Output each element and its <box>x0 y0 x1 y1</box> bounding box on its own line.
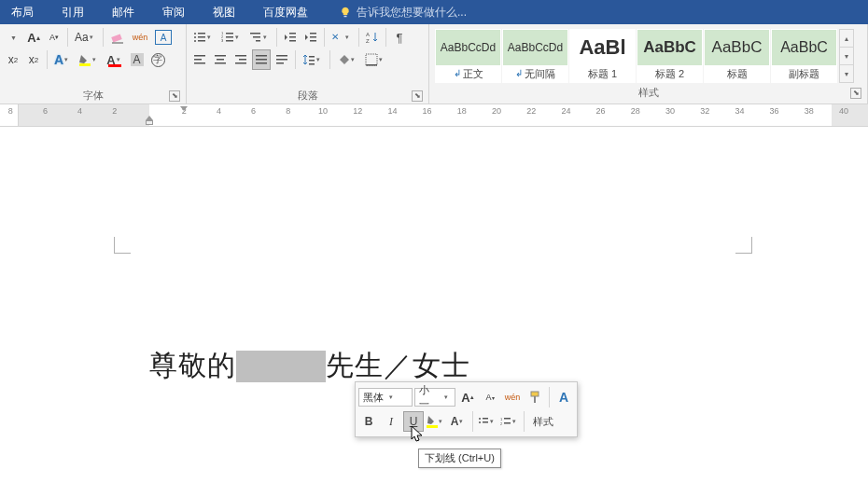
clear-formatting-button[interactable] <box>107 27 128 48</box>
highlighter-icon <box>427 415 438 428</box>
tab-references[interactable]: 引用 <box>58 2 88 23</box>
mini-grow-font-button[interactable]: A▴ <box>457 387 478 407</box>
tab-mailings[interactable]: 邮件 <box>108 2 138 23</box>
shrink-font-button[interactable]: A▾ <box>45 27 63 48</box>
horizontal-ruler[interactable]: 8642246810121416182022242628303234363840… <box>19 104 868 126</box>
svg-rect-7 <box>198 36 205 38</box>
line-spacing-icon <box>302 53 315 66</box>
mini-phonetic-button[interactable]: wén <box>502 387 523 407</box>
borders-button[interactable]: ▾ <box>362 49 388 70</box>
mini-font-color-button[interactable]: A▾ <box>448 411 469 432</box>
page[interactable]: 尊敬的先生／女士 <box>21 159 846 497</box>
style-preview: AaBbCcDd <box>503 30 567 65</box>
mini-shrink-font-button[interactable]: A▾ <box>480 387 500 407</box>
align-right-button[interactable] <box>231 49 250 70</box>
show-hide-marks-button[interactable]: ¶ <box>390 27 409 48</box>
mini-bold-button[interactable]: B <box>358 411 379 432</box>
styles-scroll-up[interactable]: ▴ <box>840 30 853 48</box>
bullets-button[interactable]: ▾ <box>190 27 217 48</box>
style-item-1[interactable]: AaBbCcDd↲无间隔 <box>502 29 568 83</box>
tab-view[interactable]: 视图 <box>209 2 239 23</box>
style-item-2[interactable]: AaBl标题 1 <box>569 29 636 83</box>
numbering-button[interactable]: 123▾ <box>218 27 245 48</box>
mini-highlight-button[interactable]: ▾ <box>426 411 446 432</box>
document-text-line[interactable]: 尊敬的先生／女士 <box>149 347 470 385</box>
text-selection[interactable] <box>236 351 326 382</box>
mini-clear-format-button[interactable]: A <box>553 387 574 407</box>
align-justify-icon <box>255 53 268 66</box>
align-center-button[interactable] <box>211 49 230 70</box>
font-dialog-launcher[interactable]: ⬊ <box>169 90 180 102</box>
svg-rect-28 <box>194 55 205 57</box>
svg-rect-49 <box>531 392 539 396</box>
line-spacing-button[interactable]: ▾ <box>300 49 326 70</box>
character-border-button[interactable]: A <box>152 27 175 48</box>
paragraph-dialog-launcher[interactable]: ⬊ <box>412 90 423 102</box>
tab-baidu-netdisk[interactable]: 百度网盘 <box>259 2 312 23</box>
tell-me-search[interactable]: 告诉我您想要做什么... <box>340 5 467 21</box>
svg-rect-32 <box>217 59 224 61</box>
font-color-button[interactable]: A▾ <box>104 49 125 70</box>
superscript-button[interactable]: x2 <box>24 49 43 70</box>
style-item-5[interactable]: AaBbC副标题 <box>771 29 837 83</box>
style-item-0[interactable]: AaBbCcDd↲正文 <box>435 29 501 83</box>
character-shading-button[interactable]: A <box>128 49 147 70</box>
underline-tooltip: 下划线 (Ctrl+U) <box>418 449 501 468</box>
mini-font-name-select[interactable]: 黑体▾ <box>358 388 413 407</box>
mini-italic-button[interactable]: I <box>381 411 401 432</box>
svg-rect-42 <box>276 62 284 64</box>
align-justify-button[interactable] <box>252 49 271 70</box>
style-name: 标题 <box>705 65 769 82</box>
style-name: 副标题 <box>772 65 836 82</box>
ruler-area: 8642246810121416182022242628303234363840… <box>0 104 868 127</box>
svg-rect-0 <box>344 16 347 18</box>
grow-font-button[interactable]: A▴ <box>24 27 43 48</box>
styles-dialog-launcher[interactable]: ⬊ <box>850 88 861 99</box>
change-case-button[interactable]: Aa▾ <box>72 27 99 48</box>
styles-scroll-down[interactable]: ▾ <box>840 48 853 65</box>
decrease-indent-button[interactable] <box>281 27 300 48</box>
ribbon-tabs-bar: 布局 引用 邮件 审阅 视图 百度网盘 告诉我您想要做什么... <box>0 0 868 24</box>
subscript-button[interactable]: x2 <box>4 49 22 70</box>
style-name: 标题 2 <box>637 65 702 82</box>
styles-expand[interactable]: ▾ <box>840 65 853 82</box>
font-size-dropdown[interactable]: ▼ <box>4 27 22 48</box>
numbering-icon: 12 <box>500 416 511 427</box>
mini-underline-button[interactable]: U <box>403 411 424 432</box>
bullets-icon <box>193 31 206 44</box>
mini-format-painter-button[interactable] <box>525 387 545 407</box>
mini-bullets-button[interactable]: ▾ <box>477 411 497 432</box>
svg-rect-43 <box>309 56 315 58</box>
mini-font-size-select[interactable]: 小一▾ <box>414 388 455 407</box>
align-left-button[interactable] <box>190 49 209 70</box>
svg-rect-31 <box>215 55 226 57</box>
style-item-4[interactable]: AaBbC标题 <box>704 29 770 83</box>
svg-rect-17 <box>253 36 260 38</box>
distribute-button[interactable] <box>273 49 291 70</box>
mini-styles-button[interactable]: 样式 <box>528 411 558 432</box>
format-painter-icon <box>528 391 541 404</box>
shading-button[interactable]: ▾ <box>334 49 360 70</box>
align-left-icon <box>193 53 206 66</box>
svg-rect-2 <box>79 63 91 66</box>
svg-rect-48 <box>366 64 377 66</box>
svg-rect-30 <box>194 62 205 64</box>
asian-layout-button[interactable]: ✕▾ <box>329 27 355 48</box>
tab-layout[interactable]: 布局 <box>7 2 37 23</box>
highlight-color-button[interactable]: ▾ <box>76 49 102 70</box>
svg-rect-3 <box>108 64 121 67</box>
svg-rect-50 <box>534 396 536 403</box>
text-effects-button[interactable]: A▾ <box>51 49 74 70</box>
phonetic-guide-button[interactable]: wén <box>130 27 151 48</box>
svg-rect-53 <box>483 418 488 420</box>
enclose-characters-button[interactable]: 字 <box>148 49 168 70</box>
increase-indent-button[interactable] <box>301 27 320 48</box>
sort-button[interactable]: AZ <box>363 27 382 48</box>
multilevel-list-button[interactable]: ▾ <box>246 27 273 48</box>
mini-numbering-button[interactable]: 12▾ <box>499 411 520 432</box>
distribute-icon <box>275 53 288 66</box>
svg-rect-15 <box>226 40 233 42</box>
outdent-icon <box>284 31 297 44</box>
style-item-3[interactable]: AaBbC标题 2 <box>637 29 703 83</box>
tab-review[interactable]: 审阅 <box>159 2 189 23</box>
